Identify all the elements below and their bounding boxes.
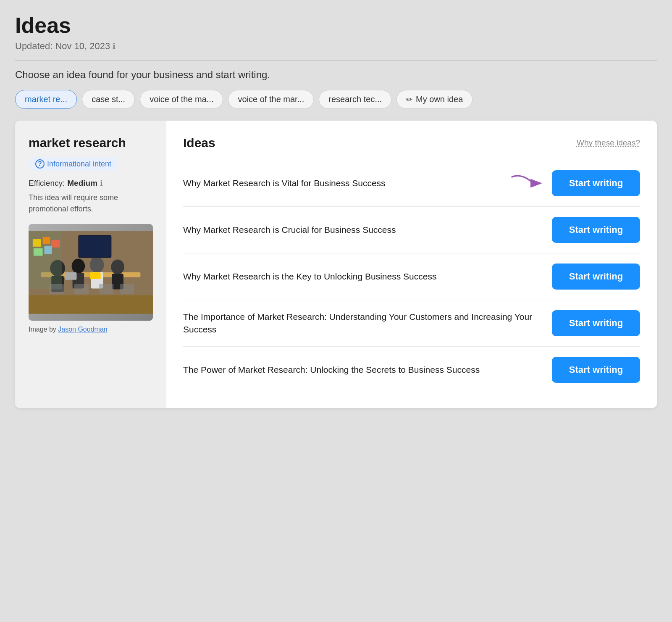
start-writing-btn-4[interactable]: Start writing [552, 310, 640, 336]
idea-row-1: Why Market Research is Vital for Busines… [183, 160, 640, 207]
efficiency-desc: This idea will require some promotional … [29, 192, 153, 215]
start-writing-btn-1[interactable]: Start writing [552, 170, 640, 196]
svg-point-8 [111, 260, 124, 275]
pencil-icon: ✏ [406, 95, 412, 104]
svg-point-4 [72, 259, 85, 274]
idea-text-3: Why Market Research is the Key to Unlock… [183, 270, 543, 283]
svg-rect-17 [44, 246, 52, 254]
idea-row-2: Why Market Research is Crucial for Busin… [183, 207, 640, 253]
start-writing-btn-3[interactable]: Start writing [552, 264, 640, 290]
header-divider [15, 60, 657, 61]
idea-row-3: Why Market Research is the Key to Unlock… [183, 253, 640, 300]
updated-text: Updated: Nov 10, 2023 [15, 41, 110, 52]
idea-image [29, 224, 153, 321]
efficiency-info-icon[interactable]: ℹ [100, 179, 103, 188]
tab-case-st[interactable]: case st... [82, 90, 135, 109]
subtitle: Choose an idea found for your business a… [15, 69, 657, 81]
right-panel: Ideas Why these ideas? Why Market Resear… [166, 121, 657, 408]
tab-research-tec[interactable]: research tec... [319, 90, 391, 109]
intent-icon: ? [35, 159, 45, 169]
why-ideas-link[interactable]: Why these ideas? [577, 138, 640, 148]
svg-rect-19 [79, 236, 110, 257]
idea-text-2: Why Market Research is Crucial for Busin… [183, 224, 543, 236]
svg-rect-23 [74, 284, 89, 295]
svg-rect-15 [51, 240, 60, 248]
page-title: Ideas [15, 13, 657, 37]
tabs-row: market re... case st... voice of the ma.… [15, 90, 657, 109]
svg-rect-22 [49, 284, 64, 295]
tab-my-own-idea[interactable]: ✏ My own idea [396, 90, 472, 109]
main-content: market research ? Informational intent E… [15, 121, 657, 408]
svg-rect-25 [120, 284, 134, 295]
ideas-header: Ideas Why these ideas? [183, 136, 640, 150]
left-panel: market research ? Informational intent E… [15, 121, 166, 408]
image-credit: Image by Jason Goodman [29, 326, 153, 333]
idea-text-1: Why Market Research is Vital for Busines… [183, 177, 543, 190]
tab-market-re[interactable]: market re... [15, 90, 77, 109]
tab-voice-mar2[interactable]: voice of the mar... [228, 90, 314, 109]
svg-rect-21 [29, 295, 153, 314]
svg-rect-13 [33, 239, 41, 247]
tab-voice-ma1[interactable]: voice of the ma... [140, 90, 223, 109]
ideas-section-title: Ideas [183, 136, 215, 150]
svg-rect-20 [92, 258, 99, 261]
idea-text-5: The Power of Market Research: Unlocking … [183, 364, 543, 376]
svg-rect-16 [34, 248, 43, 256]
svg-rect-10 [65, 272, 77, 280]
start-writing-btn-5[interactable]: Start writing [552, 357, 640, 383]
svg-rect-24 [99, 284, 114, 295]
idea-text-4: The Importance of Market Research: Under… [183, 311, 543, 336]
left-panel-title: market research [29, 136, 153, 150]
intent-badge: ? Informational intent [29, 157, 118, 171]
efficiency-row: Efficiency: Medium ℹ [29, 179, 153, 188]
idea-row-5: The Power of Market Research: Unlocking … [183, 347, 640, 393]
image-credit-link[interactable]: Jason Goodman [58, 326, 107, 333]
svg-rect-11 [90, 272, 101, 279]
start-writing-btn-2[interactable]: Start writing [552, 217, 640, 243]
info-icon[interactable]: ℹ [113, 42, 116, 51]
svg-rect-14 [43, 237, 50, 244]
idea-row-4: The Importance of Market Research: Under… [183, 300, 640, 347]
